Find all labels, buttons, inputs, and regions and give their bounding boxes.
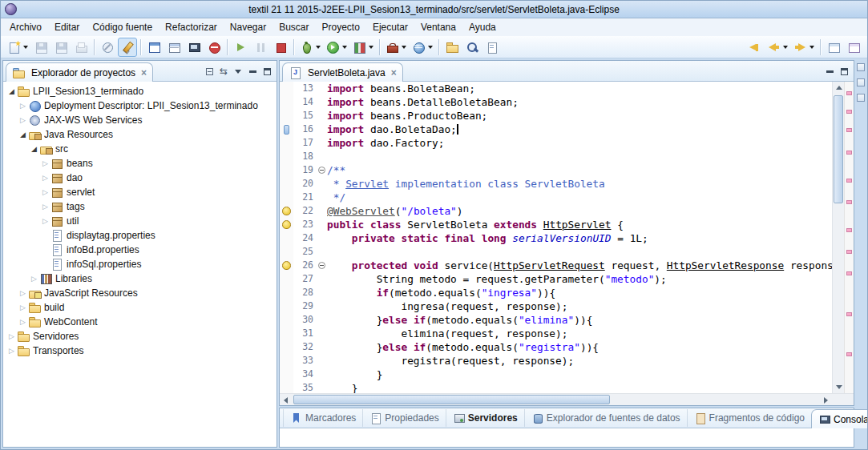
code-line-25[interactable]: 25 — [280, 245, 832, 259]
horizontal-scroll-track[interactable] — [292, 394, 820, 405]
forward-button[interactable] — [791, 38, 817, 57]
tab-project-explorer[interactable]: Explorador de proyectos × — [6, 62, 153, 82]
code-line-33[interactable]: 33 registra(request, response); — [280, 354, 832, 368]
menu-buscar[interactable]: Buscar — [273, 19, 315, 35]
print-button[interactable] — [71, 38, 91, 57]
menu-codigo-fuente[interactable]: Código fuente — [86, 19, 159, 35]
tree-item-displaytag-properties[interactable]: displaytag.properties — [3, 228, 277, 243]
tree-item-deployment-descriptor-lpii-sesion13-terminado[interactable]: ▷Deployment Descriptor: LPII_Sesion13_te… — [3, 98, 277, 113]
scroll-down-icon[interactable] — [833, 381, 845, 393]
run-button[interactable] — [324, 38, 349, 57]
perspective-java-button[interactable] — [844, 38, 863, 57]
occurrence-marker[interactable] — [846, 151, 852, 155]
collapsed-arrow-icon[interactable]: ▷ — [6, 329, 17, 344]
dropdown-caret-icon[interactable] — [783, 46, 788, 49]
code-line-24[interactable]: 24 private static final long serialVersi… — [280, 231, 832, 245]
collapsed-arrow-icon[interactable]: ▷ — [29, 271, 39, 286]
vertical-scrollbar[interactable] — [832, 82, 844, 393]
occurrence-marker[interactable] — [846, 352, 852, 356]
tree-item-util[interactable]: ▷util — [3, 214, 277, 228]
occurrence-marker[interactable] — [846, 179, 852, 183]
fold-collapse-icon[interactable] — [318, 262, 325, 269]
new-wizard-button[interactable] — [5, 38, 30, 57]
tree-item-libraries[interactable]: ▷Libraries — [3, 271, 277, 286]
expanded-arrow-icon[interactable]: ◢ — [18, 127, 28, 142]
scroll-right-icon[interactable] — [820, 394, 832, 406]
overview-ruler[interactable] — [844, 82, 854, 393]
minimize-icon[interactable] — [245, 64, 260, 78]
occurrence-marker[interactable] — [846, 128, 852, 132]
resume-button[interactable] — [231, 38, 250, 57]
tree-item-java-resources[interactable]: ◢Java Resources — [3, 127, 277, 142]
collapsed-arrow-icon[interactable]: ▷ — [40, 185, 50, 199]
menu-ayuda[interactable]: Ayuda — [462, 19, 503, 35]
pin-button[interactable] — [98, 38, 117, 57]
tree-item-tags[interactable]: ▷tags — [3, 199, 277, 214]
expanded-arrow-icon[interactable]: ◢ — [29, 142, 39, 156]
highlighter-button[interactable] — [118, 38, 137, 57]
save-button[interactable] — [31, 38, 50, 57]
code-line-17[interactable]: 17import dao.Factory; — [280, 136, 832, 150]
new-window-button[interactable] — [144, 38, 164, 57]
restore-view-icon[interactable] — [857, 63, 865, 71]
code-line-28[interactable]: 28 if(metodo.equals("ingresa")){ — [280, 286, 832, 299]
maximize-icon[interactable] — [260, 64, 274, 78]
menu-ventana[interactable]: Ventana — [414, 19, 462, 35]
code-line-29[interactable]: 29 ingresa(request, response); — [280, 299, 832, 313]
scroll-left-icon[interactable] — [280, 394, 292, 406]
occurrence-marker[interactable] — [846, 91, 852, 95]
tab-servletboleta-java[interactable]: ServletBoleta.java × — [282, 62, 403, 82]
dropdown-caret-icon[interactable] — [23, 46, 28, 49]
tree-item-webcontent[interactable]: ▷WebContent — [3, 315, 277, 329]
code-line-35[interactable]: 35 } — [280, 381, 832, 393]
collapse-all-icon[interactable] — [202, 64, 216, 78]
restore-view-icon[interactable] — [857, 94, 865, 102]
expanded-arrow-icon[interactable]: ◢ — [6, 84, 17, 98]
external-tools-button[interactable] — [383, 38, 409, 57]
code-line-27[interactable]: 27 String metodo = request.getParameter(… — [280, 272, 832, 286]
tree-item-servlet[interactable]: ▷servlet — [3, 185, 277, 199]
collapsed-arrow-icon[interactable]: ▷ — [40, 214, 50, 228]
last-edit-button[interactable] — [745, 38, 764, 57]
occurrence-marker[interactable] — [846, 271, 852, 275]
tree-item-javascript-resources[interactable]: ▷JavaScript Resources — [3, 286, 277, 300]
menu-refactorizar[interactable]: Refactorizar — [159, 19, 224, 35]
view-menu-icon[interactable] — [231, 64, 245, 78]
occurrence-marker[interactable] — [846, 250, 852, 254]
code-editor[interactable]: 13import beans.BoletaBean;14import beans… — [280, 82, 854, 393]
occurrence-marker[interactable] — [846, 200, 852, 204]
dropdown-caret-icon[interactable] — [369, 46, 373, 49]
no-entry-button[interactable] — [204, 38, 224, 57]
collapsed-arrow-icon[interactable]: ▷ — [18, 300, 28, 315]
tab-explorador-de-fuentes-de-datos[interactable]: Explorador de fuentes de datos — [524, 409, 687, 427]
menu-navegar[interactable]: Navegar — [224, 19, 273, 35]
tree-item-src[interactable]: ◢src — [3, 142, 277, 156]
stop-button[interactable] — [271, 38, 290, 57]
open-folder-button[interactable] — [442, 38, 462, 57]
code-line-20[interactable]: 20 * Servlet implementation class Servle… — [280, 177, 832, 191]
code-line-16[interactable]: 16import dao.BoletaDao; — [280, 123, 832, 136]
horizontal-scrollbar[interactable] — [280, 393, 854, 405]
show-console-button[interactable] — [184, 38, 204, 57]
collapsed-arrow-icon[interactable]: ▷ — [18, 286, 28, 300]
minimize-icon[interactable] — [822, 64, 837, 78]
tab-marcadores[interactable]: Marcadores — [283, 409, 362, 427]
pause-button[interactable] — [251, 38, 270, 57]
debug-button[interactable] — [297, 38, 323, 57]
restore-view-icon[interactable] — [857, 78, 865, 86]
annotations-button[interactable] — [482, 38, 502, 57]
tree-item-dao[interactable]: ▷dao — [3, 171, 277, 185]
tree-item-lpii-sesion13-terminado[interactable]: ◢LPII_Sesion13_terminado — [3, 84, 277, 98]
tree-item-transportes[interactable]: ▷Transportes — [3, 344, 277, 358]
collapsed-arrow-icon[interactable]: ▷ — [18, 113, 28, 127]
code-line-15[interactable]: 15import beans.ProductoBean; — [280, 109, 832, 123]
code-line-34[interactable]: 34 } — [280, 368, 832, 381]
collapsed-arrow-icon[interactable]: ▷ — [6, 344, 17, 358]
search-button[interactable] — [462, 38, 482, 57]
menu-editar[interactable]: Editar — [48, 19, 86, 35]
vertical-scroll-track[interactable] — [833, 94, 844, 381]
occurrence-marker[interactable] — [846, 312, 852, 316]
collapsed-arrow-icon[interactable]: ▷ — [40, 199, 50, 214]
dropdown-caret-icon[interactable] — [809, 46, 814, 49]
tree-item-servidores[interactable]: ▷Servidores — [3, 329, 277, 344]
